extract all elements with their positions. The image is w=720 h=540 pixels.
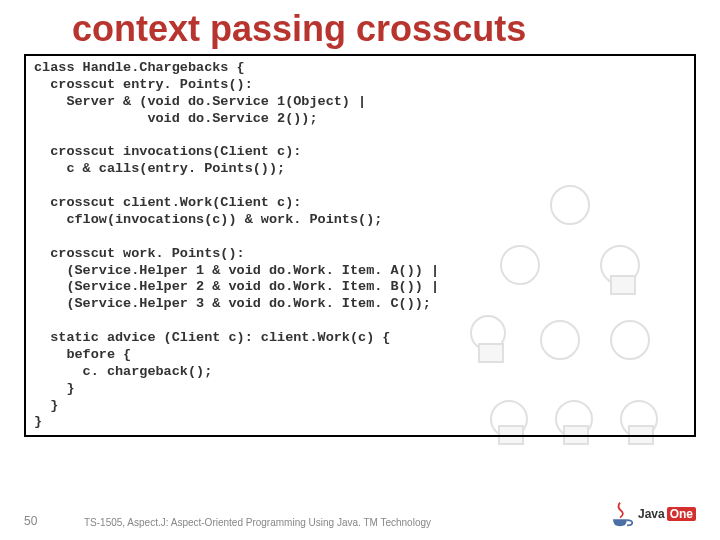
code-block: class Handle.Chargebacks { crosscut entr… bbox=[24, 54, 696, 437]
slide-number: 50 bbox=[24, 514, 64, 528]
java-cup-icon bbox=[606, 500, 634, 528]
slide-title: context passing crosscuts bbox=[0, 0, 720, 54]
footer: 50 TS-1505, Aspect.J: Aspect-Oriented Pr… bbox=[24, 500, 696, 528]
javaone-logo: JavaOne bbox=[606, 500, 696, 528]
logo-text: JavaOne bbox=[638, 507, 696, 521]
footer-text: TS-1505, Aspect.J: Aspect-Oriented Progr… bbox=[64, 517, 606, 528]
